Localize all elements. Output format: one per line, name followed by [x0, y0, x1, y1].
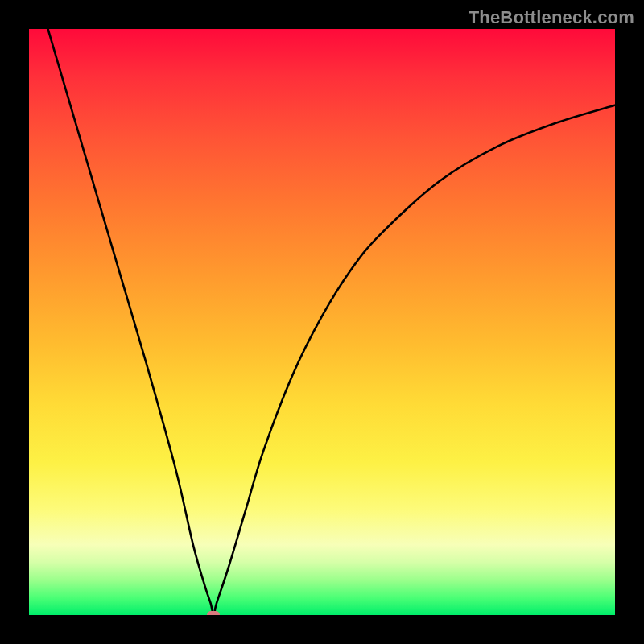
chart-root: TheBottleneck.com: [0, 0, 644, 644]
branding-text: TheBottleneck.com: [469, 7, 634, 28]
curve-svg: [29, 29, 615, 615]
bottleneck-curve: [29, 29, 615, 615]
minimum-marker: [207, 611, 220, 615]
plot-area: [29, 29, 615, 615]
